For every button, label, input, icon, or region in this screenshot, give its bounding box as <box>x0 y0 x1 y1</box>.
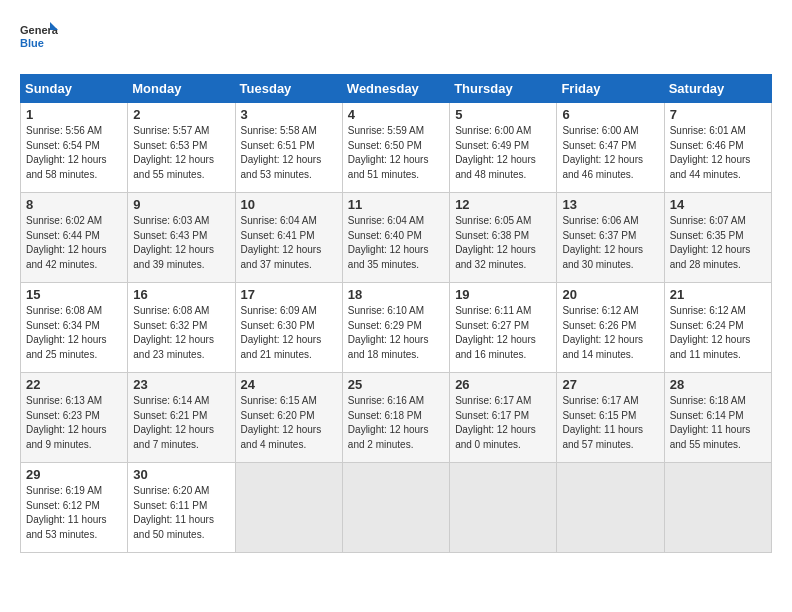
cell-content: Sunrise: 6:16 AMSunset: 6:18 PMDaylight:… <box>348 394 444 452</box>
cell-content: Sunrise: 6:08 AMSunset: 6:34 PMDaylight:… <box>26 304 122 362</box>
calendar-cell: 5 Sunrise: 6:00 AMSunset: 6:49 PMDayligh… <box>450 103 557 193</box>
col-header-saturday: Saturday <box>664 75 771 103</box>
calendar-week-5: 29 Sunrise: 6:19 AMSunset: 6:12 PMDaylig… <box>21 463 772 553</box>
day-number: 11 <box>348 197 444 212</box>
svg-text:Blue: Blue <box>20 37 44 49</box>
cell-content: Sunrise: 6:09 AMSunset: 6:30 PMDaylight:… <box>241 304 337 362</box>
day-number: 23 <box>133 377 229 392</box>
calendar-cell: 1 Sunrise: 5:56 AMSunset: 6:54 PMDayligh… <box>21 103 128 193</box>
calendar-cell: 15 Sunrise: 6:08 AMSunset: 6:34 PMDaylig… <box>21 283 128 373</box>
day-number: 8 <box>26 197 122 212</box>
cell-content: Sunrise: 6:01 AMSunset: 6:46 PMDaylight:… <box>670 124 766 182</box>
day-number: 22 <box>26 377 122 392</box>
cell-content: Sunrise: 6:05 AMSunset: 6:38 PMDaylight:… <box>455 214 551 272</box>
calendar-cell <box>235 463 342 553</box>
cell-content: Sunrise: 6:08 AMSunset: 6:32 PMDaylight:… <box>133 304 229 362</box>
day-number: 14 <box>670 197 766 212</box>
calendar-cell: 7 Sunrise: 6:01 AMSunset: 6:46 PMDayligh… <box>664 103 771 193</box>
cell-content: Sunrise: 5:57 AMSunset: 6:53 PMDaylight:… <box>133 124 229 182</box>
day-number: 28 <box>670 377 766 392</box>
cell-content: Sunrise: 6:12 AMSunset: 6:24 PMDaylight:… <box>670 304 766 362</box>
day-number: 10 <box>241 197 337 212</box>
day-number: 30 <box>133 467 229 482</box>
cell-content: Sunrise: 5:58 AMSunset: 6:51 PMDaylight:… <box>241 124 337 182</box>
calendar-cell: 14 Sunrise: 6:07 AMSunset: 6:35 PMDaylig… <box>664 193 771 283</box>
cell-content: Sunrise: 6:10 AMSunset: 6:29 PMDaylight:… <box>348 304 444 362</box>
cell-content: Sunrise: 6:02 AMSunset: 6:44 PMDaylight:… <box>26 214 122 272</box>
calendar-cell: 4 Sunrise: 5:59 AMSunset: 6:50 PMDayligh… <box>342 103 449 193</box>
calendar-cell: 30 Sunrise: 6:20 AMSunset: 6:11 PMDaylig… <box>128 463 235 553</box>
day-number: 27 <box>562 377 658 392</box>
day-number: 7 <box>670 107 766 122</box>
logo-svg: General Blue <box>20 20 58 58</box>
day-number: 5 <box>455 107 551 122</box>
cell-content: Sunrise: 6:19 AMSunset: 6:12 PMDaylight:… <box>26 484 122 542</box>
calendar-cell: 26 Sunrise: 6:17 AMSunset: 6:17 PMDaylig… <box>450 373 557 463</box>
cell-content: Sunrise: 6:15 AMSunset: 6:20 PMDaylight:… <box>241 394 337 452</box>
calendar-cell: 18 Sunrise: 6:10 AMSunset: 6:29 PMDaylig… <box>342 283 449 373</box>
calendar-table: SundayMondayTuesdayWednesdayThursdayFrid… <box>20 74 772 553</box>
calendar-cell: 11 Sunrise: 6:04 AMSunset: 6:40 PMDaylig… <box>342 193 449 283</box>
calendar-cell: 13 Sunrise: 6:06 AMSunset: 6:37 PMDaylig… <box>557 193 664 283</box>
day-number: 29 <box>26 467 122 482</box>
col-header-monday: Monday <box>128 75 235 103</box>
cell-content: Sunrise: 6:06 AMSunset: 6:37 PMDaylight:… <box>562 214 658 272</box>
page-header: General Blue <box>20 20 772 58</box>
calendar-cell: 12 Sunrise: 6:05 AMSunset: 6:38 PMDaylig… <box>450 193 557 283</box>
calendar-cell <box>342 463 449 553</box>
calendar-cell: 8 Sunrise: 6:02 AMSunset: 6:44 PMDayligh… <box>21 193 128 283</box>
calendar-cell: 22 Sunrise: 6:13 AMSunset: 6:23 PMDaylig… <box>21 373 128 463</box>
day-number: 4 <box>348 107 444 122</box>
calendar-cell: 24 Sunrise: 6:15 AMSunset: 6:20 PMDaylig… <box>235 373 342 463</box>
calendar-cell: 23 Sunrise: 6:14 AMSunset: 6:21 PMDaylig… <box>128 373 235 463</box>
day-number: 20 <box>562 287 658 302</box>
cell-content: Sunrise: 6:07 AMSunset: 6:35 PMDaylight:… <box>670 214 766 272</box>
day-number: 26 <box>455 377 551 392</box>
calendar-cell: 17 Sunrise: 6:09 AMSunset: 6:30 PMDaylig… <box>235 283 342 373</box>
day-number: 15 <box>26 287 122 302</box>
cell-content: Sunrise: 5:56 AMSunset: 6:54 PMDaylight:… <box>26 124 122 182</box>
calendar-cell: 2 Sunrise: 5:57 AMSunset: 6:53 PMDayligh… <box>128 103 235 193</box>
day-number: 3 <box>241 107 337 122</box>
calendar-cell: 21 Sunrise: 6:12 AMSunset: 6:24 PMDaylig… <box>664 283 771 373</box>
col-header-sunday: Sunday <box>21 75 128 103</box>
cell-content: Sunrise: 6:12 AMSunset: 6:26 PMDaylight:… <box>562 304 658 362</box>
calendar-cell: 29 Sunrise: 6:19 AMSunset: 6:12 PMDaylig… <box>21 463 128 553</box>
col-header-thursday: Thursday <box>450 75 557 103</box>
col-header-tuesday: Tuesday <box>235 75 342 103</box>
calendar-week-2: 8 Sunrise: 6:02 AMSunset: 6:44 PMDayligh… <box>21 193 772 283</box>
day-number: 6 <box>562 107 658 122</box>
calendar-cell: 19 Sunrise: 6:11 AMSunset: 6:27 PMDaylig… <box>450 283 557 373</box>
calendar-cell <box>450 463 557 553</box>
day-number: 2 <box>133 107 229 122</box>
cell-content: Sunrise: 6:14 AMSunset: 6:21 PMDaylight:… <box>133 394 229 452</box>
calendar-cell: 10 Sunrise: 6:04 AMSunset: 6:41 PMDaylig… <box>235 193 342 283</box>
calendar-cell: 16 Sunrise: 6:08 AMSunset: 6:32 PMDaylig… <box>128 283 235 373</box>
cell-content: Sunrise: 5:59 AMSunset: 6:50 PMDaylight:… <box>348 124 444 182</box>
cell-content: Sunrise: 6:18 AMSunset: 6:14 PMDaylight:… <box>670 394 766 452</box>
cell-content: Sunrise: 6:17 AMSunset: 6:17 PMDaylight:… <box>455 394 551 452</box>
calendar-cell: 6 Sunrise: 6:00 AMSunset: 6:47 PMDayligh… <box>557 103 664 193</box>
day-number: 17 <box>241 287 337 302</box>
calendar-cell <box>664 463 771 553</box>
logo: General Blue <box>20 20 58 58</box>
day-number: 13 <box>562 197 658 212</box>
calendar-week-4: 22 Sunrise: 6:13 AMSunset: 6:23 PMDaylig… <box>21 373 772 463</box>
cell-content: Sunrise: 6:00 AMSunset: 6:49 PMDaylight:… <box>455 124 551 182</box>
cell-content: Sunrise: 6:04 AMSunset: 6:40 PMDaylight:… <box>348 214 444 272</box>
calendar-week-3: 15 Sunrise: 6:08 AMSunset: 6:34 PMDaylig… <box>21 283 772 373</box>
cell-content: Sunrise: 6:20 AMSunset: 6:11 PMDaylight:… <box>133 484 229 542</box>
day-number: 19 <box>455 287 551 302</box>
day-number: 1 <box>26 107 122 122</box>
cell-content: Sunrise: 6:11 AMSunset: 6:27 PMDaylight:… <box>455 304 551 362</box>
calendar-cell: 25 Sunrise: 6:16 AMSunset: 6:18 PMDaylig… <box>342 373 449 463</box>
day-number: 21 <box>670 287 766 302</box>
cell-content: Sunrise: 6:04 AMSunset: 6:41 PMDaylight:… <box>241 214 337 272</box>
col-header-wednesday: Wednesday <box>342 75 449 103</box>
calendar-cell: 28 Sunrise: 6:18 AMSunset: 6:14 PMDaylig… <box>664 373 771 463</box>
calendar-cell: 9 Sunrise: 6:03 AMSunset: 6:43 PMDayligh… <box>128 193 235 283</box>
day-number: 16 <box>133 287 229 302</box>
cell-content: Sunrise: 6:03 AMSunset: 6:43 PMDaylight:… <box>133 214 229 272</box>
col-header-friday: Friday <box>557 75 664 103</box>
cell-content: Sunrise: 6:17 AMSunset: 6:15 PMDaylight:… <box>562 394 658 452</box>
